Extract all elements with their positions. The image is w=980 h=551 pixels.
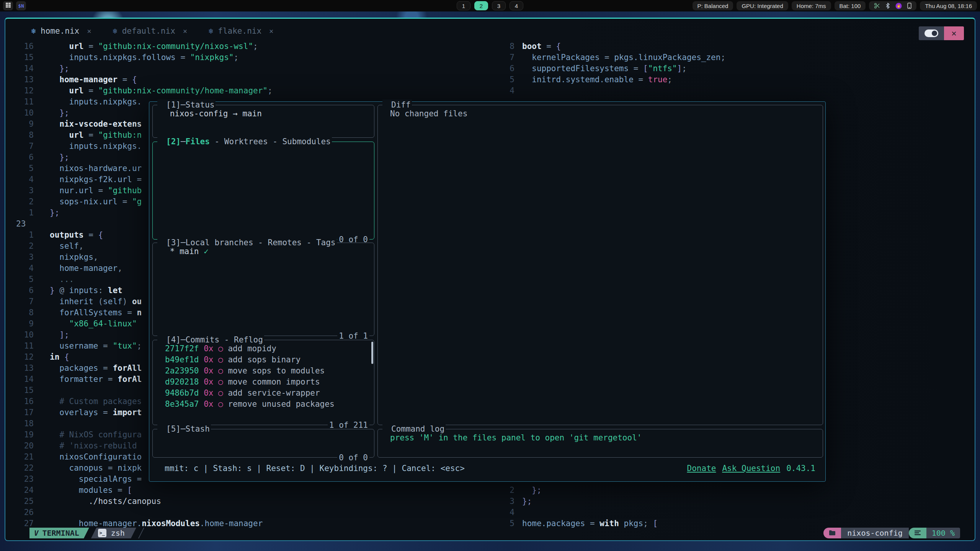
nix-snowflake-icon: ❄ xyxy=(31,26,36,36)
line-number: 5 xyxy=(5,163,42,174)
statusline-separator xyxy=(138,528,144,538)
lazygit-branches-panel[interactable]: [3]─Local branches - Remotes - Tags * ma… xyxy=(152,243,374,336)
commit-row[interactable]: 2a23950 0x ○ move sops to modules xyxy=(157,365,369,377)
flame-icon[interactable] xyxy=(895,3,902,9)
apps-grid-icon xyxy=(5,2,11,9)
code-line: 4 xyxy=(501,85,725,96)
commit-row[interactable]: b49ef1d 0x ○ add sops binary xyxy=(157,354,369,365)
lazygit-status-panel[interactable]: [1]─Status nixos-config → main xyxy=(152,105,374,138)
line-number: 13 xyxy=(5,363,42,374)
code-line: 24 modules = [ xyxy=(5,485,273,496)
workspace-2-active[interactable]: 2 xyxy=(474,1,488,10)
tab-label: flake.nix xyxy=(218,26,261,36)
topbar: $N 1 2 3 4 P: Balanced GPU: Integrated H… xyxy=(0,0,980,11)
line-number: 24 xyxy=(5,485,42,496)
commit-row[interactable]: 9486b7d 0x ○ add service-wrapper xyxy=(157,388,369,399)
line-number: 3 xyxy=(5,252,42,263)
tab-home-nix[interactable]: ❄ home.nix × xyxy=(21,26,102,36)
line-number: 3 xyxy=(501,496,514,507)
tab-default-nix[interactable]: ❄ default.nix × xyxy=(102,26,198,36)
bufferline: ❄ home.nix × ❄ default.nix × ❄ flake.nix… xyxy=(21,23,284,39)
code-line: 6 supportedFilesystems = ["ntfs"]; xyxy=(501,63,725,74)
commit-row[interactable]: 8e345a7 0x ○ remove unused packages xyxy=(157,399,369,410)
bluetooth-icon[interactable] xyxy=(885,3,890,9)
line-number: 16 xyxy=(5,396,42,407)
window-close-button[interactable]: × xyxy=(944,26,964,40)
workspace-3[interactable]: 3 xyxy=(492,1,506,10)
apps-menu-button[interactable] xyxy=(3,1,13,10)
panel-title: [2]─Files - Worktrees - Submodules xyxy=(158,136,331,147)
list-icon xyxy=(914,528,921,538)
line-number: 16 xyxy=(5,41,42,52)
project-name-segment: nixos-config xyxy=(841,528,909,538)
line-number: 13 xyxy=(5,74,42,85)
panel-title: [1]─Status xyxy=(158,99,214,110)
commit-row[interactable]: d920218 0x ○ move common imports xyxy=(157,377,369,388)
project-segment-icon xyxy=(823,528,841,538)
scroll-percent-segment: 100 % xyxy=(926,528,960,538)
line-number: 19 xyxy=(5,429,42,440)
line-number: 23 xyxy=(5,474,42,485)
workspace-4[interactable]: 4 xyxy=(510,1,523,10)
topbar-right: P: Balanced GPU: Integrated Home: 7ms Ba… xyxy=(693,1,977,10)
line-number: 12 xyxy=(5,85,42,96)
stash-panel-title: [5]─Stash xyxy=(157,424,211,434)
commits-panel-title: [4]─Commits - Reflog xyxy=(157,334,264,345)
line-number: 21 xyxy=(5,452,42,463)
vim-icon: V xyxy=(34,529,38,537)
diff-line: No changed files xyxy=(382,108,818,119)
statusline-left: V TERMINAL >_ zsh xyxy=(29,528,823,538)
shell-label: zsh xyxy=(111,528,125,538)
window-toggle-button[interactable] xyxy=(919,26,944,40)
stash-count: 0 of 0 xyxy=(337,452,369,463)
phone-icon[interactable] xyxy=(907,3,911,9)
tab-flake-nix[interactable]: ❄ flake.nix × xyxy=(198,26,284,36)
lazygit-files-panel[interactable]: [2]─Files - Worktrees - Submodules 0 of … xyxy=(152,142,374,240)
workspace-1[interactable]: 1 xyxy=(457,1,470,10)
line-number: 11 xyxy=(5,341,42,352)
command-log-line: press 'M' in the files panel to open 'gi… xyxy=(382,432,818,443)
code-line: 14 }; xyxy=(5,63,273,74)
code-line: 12 url = "github:nix-community/home-mana… xyxy=(5,85,273,96)
lazygit-footer-links: Donate Ask Question 0.43.1 xyxy=(687,463,815,474)
lazygit-commits-panel[interactable]: [4]─Commits - Reflog 2717f2f 0x ○ add mo… xyxy=(152,340,374,425)
nix-snowflake-icon: ❄ xyxy=(209,26,213,36)
battery-label: Bat: 100 xyxy=(840,3,861,9)
tab-close-icon[interactable]: × xyxy=(269,27,273,35)
lazygit-stash-panel[interactable]: [5]─Stash 0 of 0 xyxy=(152,429,374,458)
code-line: 13 home-manager = { xyxy=(5,74,273,85)
project-name-label: nixos-config xyxy=(847,528,903,538)
editor-pane-right-top: 8boot = {7 kernelPackages = pkgs.linuxPa… xyxy=(501,41,725,96)
nix-badge-button[interactable]: $N xyxy=(16,1,26,10)
line-number: 7 xyxy=(5,296,42,307)
line-number: 2 xyxy=(501,485,514,496)
command-log-title: Command log xyxy=(382,424,446,434)
battery-module: Bat: 100 xyxy=(835,1,866,10)
tab-close-icon[interactable]: × xyxy=(183,27,187,35)
code-line: 26 xyxy=(5,507,273,518)
statusline: V TERMINAL >_ zsh nixos-config xyxy=(5,528,975,538)
lazygit-version: 0.43.1 xyxy=(786,463,815,474)
system-tray xyxy=(869,1,916,10)
diff-panel-title: Diff xyxy=(382,99,412,110)
folder-icon xyxy=(829,528,836,538)
ask-question-link[interactable]: Ask Question xyxy=(722,463,780,474)
line-number: 4 xyxy=(5,174,42,185)
code-line: 7 kernelPackages = pkgs.linuxPackages_ze… xyxy=(501,52,725,63)
status-panel-title: [1]─Status xyxy=(157,99,216,110)
line-number: 6 xyxy=(5,152,42,163)
screen: $N 1 2 3 4 P: Balanced GPU: Integrated H… xyxy=(0,0,980,551)
line-number: 5 xyxy=(5,274,42,285)
line-number: 23 xyxy=(5,218,42,230)
line-number: 7 xyxy=(5,141,42,152)
scissors-icon[interactable] xyxy=(874,3,880,9)
commits-scrollbar[interactable] xyxy=(371,342,373,364)
line-number: 2 xyxy=(5,241,42,252)
lazygit-diff-panel[interactable]: Diff No changed files xyxy=(377,105,823,425)
lazygit-keybindings-bar: mmit: c | Stash: s | Reset: D | Keybindi… xyxy=(157,463,465,474)
panel-title: [4]─Commits - Reflog xyxy=(158,334,263,345)
mode-label: TERMINAL xyxy=(42,528,79,538)
lazygit-command-log-panel[interactable]: Command log press 'M' in the files panel… xyxy=(377,429,823,458)
donate-link[interactable]: Donate xyxy=(687,463,716,474)
tab-close-icon[interactable]: × xyxy=(87,27,91,35)
